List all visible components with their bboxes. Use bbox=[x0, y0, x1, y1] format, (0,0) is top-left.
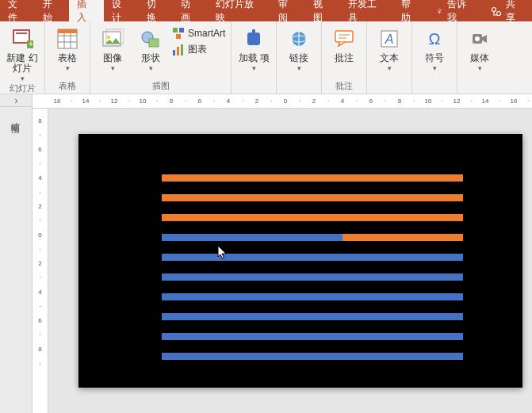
menu-view[interactable]: 视图 bbox=[305, 0, 340, 21]
shapes-button[interactable]: 形状 ▾ bbox=[132, 23, 170, 72]
images-button[interactable]: 图像 ▾ bbox=[94, 23, 132, 72]
links-button[interactable]: 链接 ▾ bbox=[280, 23, 318, 72]
group-symbols: Ω 符号 ▾ bbox=[412, 21, 457, 94]
ribbon: + 新建 幻灯片 ▾ 幻灯片 表格 ▾ 表格 图像 ▾ 形状 bbox=[0, 21, 532, 94]
chart-label: 图表 bbox=[188, 43, 207, 56]
menu-slideshow[interactable]: 幻灯片放映 bbox=[208, 0, 270, 21]
comment-button[interactable]: 批注 bbox=[325, 23, 363, 63]
new-slide-button[interactable]: + 新建 幻灯片 ▾ bbox=[3, 23, 41, 82]
svg-text:A: A bbox=[385, 33, 394, 46]
ruler-tick: 0 bbox=[38, 226, 41, 243]
bar-segment-orange[interactable] bbox=[162, 174, 463, 182]
group-illus-label: 插图 bbox=[152, 80, 170, 94]
svg-rect-18 bbox=[179, 28, 184, 33]
bar-row[interactable] bbox=[162, 353, 463, 360]
bar-row[interactable] bbox=[162, 194, 463, 201]
chart-button[interactable]: 图表 bbox=[170, 42, 228, 57]
svg-rect-28 bbox=[335, 31, 353, 42]
lightbulb-icon: ♀ bbox=[436, 6, 443, 17]
ruler-tick: 10 bbox=[134, 98, 151, 105]
dropdown-caret-icon: ▾ bbox=[388, 64, 392, 72]
menu-share-label: 共享 bbox=[506, 0, 524, 25]
bar-segment-blue[interactable] bbox=[162, 254, 463, 261]
ruler-tick: 8 bbox=[38, 340, 41, 358]
bar-segment-blue[interactable] bbox=[162, 293, 463, 300]
slide[interactable] bbox=[78, 134, 522, 388]
ruler-tick: 2 bbox=[38, 197, 41, 215]
bar-chart[interactable] bbox=[162, 174, 463, 373]
symbol-button[interactable]: Ω 符号 ▾ bbox=[415, 23, 454, 72]
bar-segment-orange[interactable] bbox=[162, 214, 463, 221]
menu-transitions[interactable]: 切换 bbox=[139, 0, 174, 21]
comment-icon bbox=[331, 26, 357, 52]
ruler-tick: 14 bbox=[477, 98, 494, 105]
ruler-tick: 10 bbox=[419, 98, 437, 105]
ruler-tick: 2 bbox=[305, 98, 323, 105]
menu-tellme-label: 告诉我 bbox=[447, 0, 475, 25]
menu-review[interactable]: 审阅 bbox=[270, 0, 305, 21]
menu-tellme[interactable]: ♀ 告诉我 bbox=[428, 0, 483, 21]
bar-segment-orange[interactable] bbox=[162, 194, 463, 201]
ruler-tick: 2 bbox=[248, 98, 266, 105]
bar-row[interactable] bbox=[162, 313, 463, 320]
menu-help[interactable]: 帮助 bbox=[393, 0, 428, 21]
menubar: 文件 开始 插入 设计 切换 动画 幻灯片放映 审阅 视图 开发工具 帮助 ♀ … bbox=[0, 0, 532, 21]
menu-home[interactable]: 开始 bbox=[35, 0, 70, 21]
addins-label: 加载 项 bbox=[239, 53, 270, 63]
media-icon bbox=[467, 26, 492, 52]
bar-row[interactable] bbox=[162, 234, 463, 241]
bar-row[interactable] bbox=[162, 174, 463, 182]
dropdown-caret-icon: ▾ bbox=[149, 64, 153, 72]
table-button[interactable]: 表格 ▾ bbox=[48, 23, 86, 72]
bar-row[interactable] bbox=[162, 333, 463, 340]
smartart-label: SmartArt bbox=[188, 28, 225, 39]
menu-animations[interactable]: 动画 bbox=[173, 0, 208, 21]
media-button[interactable]: 媒体 ▾ bbox=[461, 23, 499, 72]
link-icon bbox=[286, 26, 312, 52]
group-comments: 批注 批注 bbox=[322, 21, 367, 94]
ruler-tick: 16 bbox=[48, 98, 66, 105]
ruler-tick: 12 bbox=[448, 98, 465, 105]
menu-share[interactable]: 共享 bbox=[483, 0, 532, 21]
bar-row[interactable] bbox=[162, 293, 463, 300]
smartart-icon bbox=[172, 27, 185, 40]
group-links: 链接 ▾ bbox=[277, 21, 322, 94]
bar-row[interactable] bbox=[162, 214, 463, 221]
menu-file[interactable]: 文件 bbox=[0, 0, 35, 21]
bar-segment-blue[interactable] bbox=[162, 273, 463, 281]
dropdown-caret-icon: ▾ bbox=[66, 64, 70, 72]
ruler-tick: 6 bbox=[362, 98, 380, 105]
group-addins: 加载 项 ▾ bbox=[232, 21, 277, 94]
bar-segment-blue[interactable] bbox=[162, 353, 463, 360]
group-comment-label: 批注 bbox=[335, 80, 353, 94]
bar-segment-blue[interactable] bbox=[162, 234, 343, 241]
ruler-tick: 8 bbox=[38, 112, 41, 129]
images-label: 图像 bbox=[103, 53, 122, 63]
new-slide-label: 新建 幻灯片 bbox=[3, 53, 41, 74]
ruler-tick: 14 bbox=[77, 98, 94, 105]
svg-rect-19 bbox=[176, 34, 181, 39]
dropdown-caret-icon: ▾ bbox=[252, 64, 256, 72]
text-button[interactable]: A 文本 ▾ bbox=[370, 23, 408, 72]
new-slide-icon: + bbox=[10, 26, 35, 52]
bar-row[interactable] bbox=[162, 273, 463, 281]
menu-insert[interactable]: 插入 bbox=[69, 0, 104, 21]
bar-segment-blue[interactable] bbox=[162, 313, 463, 320]
bar-row[interactable] bbox=[162, 254, 463, 261]
smartart-button[interactable]: SmartArt bbox=[170, 26, 228, 40]
ruler-tick: 4 bbox=[38, 169, 41, 186]
links-label: 链接 bbox=[289, 53, 308, 63]
outline-expand-button[interactable]: › bbox=[0, 94, 33, 107]
menu-design[interactable]: 设计 bbox=[104, 0, 139, 21]
ruler-tick: 8 bbox=[163, 98, 180, 105]
ruler-tick: 4 bbox=[334, 98, 351, 105]
svg-rect-3 bbox=[16, 33, 27, 34]
bar-segment-orange[interactable] bbox=[343, 234, 463, 241]
addins-button[interactable]: 加载 项 ▾ bbox=[235, 23, 273, 72]
svg-rect-24 bbox=[252, 29, 255, 34]
bar-segment-blue[interactable] bbox=[162, 333, 463, 340]
slide-canvas[interactable] bbox=[48, 109, 532, 413]
menu-developer[interactable]: 开发工具 bbox=[340, 0, 393, 21]
addins-icon bbox=[241, 26, 266, 52]
svg-rect-16 bbox=[149, 39, 159, 47]
